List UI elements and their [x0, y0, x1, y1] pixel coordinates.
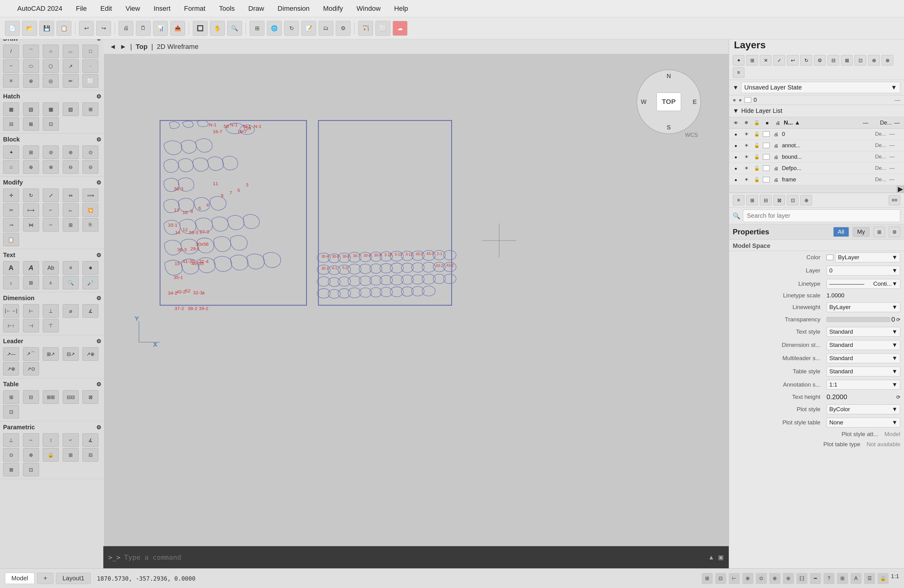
layer-annot-lock[interactable]: 🔓	[752, 141, 761, 150]
compass-center-label[interactable]: TOP	[656, 93, 681, 111]
prop-settings-btn[interactable]: ⚙	[889, 227, 900, 237]
menu-autocad[interactable]: AutoCAD 2024	[15, 3, 65, 14]
section-text-settings[interactable]: ⚙	[96, 252, 101, 259]
search-layer-input[interactable]	[743, 209, 900, 222]
layer-annot-freeze[interactable]: ☀	[742, 141, 751, 150]
tool-hatch3[interactable]: ▩	[43, 103, 59, 116]
tool-dim6[interactable]: ⊢↑	[3, 319, 19, 332]
tool-sketch[interactable]: ✏	[63, 74, 79, 88]
prop-plotstyle-select[interactable]: ByColor ▼	[827, 405, 900, 414]
tool-spline[interactable]: ~	[3, 59, 19, 73]
layer-cur-btn[interactable]: ✓	[773, 55, 785, 65]
tool-text3[interactable]: Ab	[43, 261, 59, 275]
layer-toolbar-btn11[interactable]: ⊕	[868, 55, 880, 65]
tool-hatch4[interactable]: ▨	[63, 103, 79, 116]
prop-plotstable-select[interactable]: None ▼	[827, 417, 900, 427]
tool-dim7[interactable]: ⊣	[23, 319, 39, 332]
layer-tool2-right[interactable]: ≡≡	[889, 195, 900, 205]
prop-dimstyle-select[interactable]: Standard ▼	[827, 340, 900, 350]
layer-bound-visible[interactable]: ●	[732, 153, 740, 161]
tool-polygon[interactable]: ⬡	[43, 59, 59, 73]
layer-annot-color[interactable]	[763, 143, 770, 148]
toolbar-orbit[interactable]: ↻	[284, 21, 299, 36]
layer-toolbar-btn13[interactable]: ≡	[733, 67, 744, 78]
section-hatch-settings[interactable]: ⚙	[96, 93, 101, 100]
section-leader-settings[interactable]: ⚙	[96, 338, 101, 345]
toolbar-cloud[interactable]: ☁	[393, 21, 408, 36]
layer-defpo-visible[interactable]: ●	[732, 164, 740, 172]
section-dimension-settings[interactable]: ⚙	[96, 295, 101, 302]
layer-settings-btn[interactable]: ⚙	[814, 55, 826, 65]
toolbar-snap[interactable]: ⊞	[250, 21, 264, 36]
tool-block7[interactable]: ⊕	[23, 160, 39, 174]
tool-dim2[interactable]: ⊢	[23, 304, 39, 318]
menu-window[interactable]: Window	[354, 3, 383, 14]
tool-offset[interactable]: ⟹	[82, 188, 98, 202]
tool-text9[interactable]: 🔍	[63, 276, 79, 289]
command-history-icon[interactable]: ▣	[718, 553, 724, 561]
tool-text4[interactable]: ≡	[63, 261, 79, 275]
tool-block1[interactable]: ✦	[3, 145, 19, 159]
toolbar-navsphere[interactable]: 🌐	[267, 21, 282, 36]
menu-modify[interactable]: Modify	[321, 3, 346, 14]
layer-zero-color[interactable]	[744, 97, 751, 103]
command-up-arrow[interactable]: ▲	[708, 554, 714, 561]
tool-hatch8[interactable]: ⊡	[43, 117, 59, 131]
tool-rotate[interactable]: ↻	[23, 188, 39, 202]
tool-hatch2[interactable]: ▧	[23, 103, 39, 116]
tool-hatch7[interactable]: ⊠	[23, 117, 39, 131]
prop-color-select[interactable]: ByLayer ▼	[835, 253, 900, 262]
tool-array[interactable]: ⊞	[63, 218, 79, 232]
drawing-canvas[interactable]: N S E W TOP WCS	[103, 54, 729, 551]
tool-table3[interactable]: ⊞⊞	[43, 390, 59, 404]
tool-rectangle[interactable]: □	[82, 44, 98, 58]
toolbar-print[interactable]: 🖨	[119, 21, 133, 36]
toolbar-pan[interactable]: ✋	[210, 21, 225, 36]
status-qp-icon[interactable]: ?	[823, 573, 834, 584]
toolbar-plot[interactable]: 📊	[153, 21, 168, 36]
tool-ellipse[interactable]: ⬭	[23, 59, 39, 73]
menu-view[interactable]: View	[123, 3, 142, 14]
tool-text2[interactable]: A	[23, 261, 39, 275]
layer-tool2-6[interactable]: ⊕	[800, 195, 812, 205]
menu-edit[interactable]: Edit	[98, 3, 114, 14]
layer-frame-print[interactable]: 🖨	[771, 175, 780, 184]
prop-linetype-select[interactable]: —————— Conti... ▼	[827, 279, 900, 289]
layer-state-collapse[interactable]: ▼	[733, 84, 738, 91]
prop-filter-btn[interactable]: ⊞	[873, 227, 885, 237]
tool-dim3[interactable]: ⊥	[43, 304, 59, 318]
layer-row-frame[interactable]: ● ☀ 🔓 🖨 frame De... —	[729, 174, 904, 185]
breadcrumb-view[interactable]: Top	[136, 43, 148, 51]
layer-toolbar-btn8[interactable]: ⊟	[827, 55, 839, 65]
toolbar-undo[interactable]: ↩	[79, 21, 94, 36]
toolbar-zoom[interactable]: 🔍	[227, 21, 242, 36]
status-tab-add[interactable]: +	[37, 573, 54, 584]
tool-chamfer[interactable]: ⌙	[63, 203, 79, 217]
tool-param1[interactable]: ⊥	[3, 433, 19, 447]
tool-ray[interactable]: ↗	[63, 59, 79, 73]
tool-wipeout[interactable]: ⬜	[82, 74, 98, 88]
status-ann-icon[interactable]: A	[850, 573, 861, 584]
status-lock-icon[interactable]: 🔒	[877, 573, 889, 584]
breadcrumb-mode[interactable]: 2D Wireframe	[157, 43, 199, 51]
tool-block3[interactable]: ⊘	[43, 145, 59, 159]
layer-new-btn[interactable]: ✦	[733, 55, 744, 65]
status-ducs-icon[interactable]: ⊛	[783, 573, 794, 584]
tool-leader5[interactable]: ↗⊕	[82, 347, 98, 361]
layer-tool2-1[interactable]: ≡	[733, 195, 744, 205]
tool-donut[interactable]: ◎	[43, 74, 59, 88]
tool-param3[interactable]: ↕	[43, 433, 59, 447]
drawing-area-svg[interactable]: 58 N-1 N-1 N-1 N-1 16-7 16-7 59 11 9 7 5…	[103, 54, 729, 551]
tool-construct[interactable]: ⊕	[23, 74, 39, 88]
prop-value-color[interactable]: ByLayer ▼	[827, 253, 900, 262]
tool-param2[interactable]: ↔	[23, 433, 39, 447]
prop-transparency-icon[interactable]: ⟳	[896, 317, 900, 322]
status-snap-icon[interactable]: ⊡	[715, 573, 726, 584]
status-ortho-icon[interactable]: ⊢	[729, 573, 740, 584]
layer-bound-color[interactable]	[763, 154, 770, 160]
layer-bound-lock[interactable]: 🔓	[752, 153, 761, 161]
toolbar-properties[interactable]: 📝	[301, 21, 316, 36]
layer-row-bound[interactable]: ● ☀ 🔓 🖨 bound... De... —	[729, 151, 904, 163]
prop-mlstyle-select[interactable]: Standard ▼	[827, 353, 900, 363]
toolbar-saveas[interactable]: 📋	[57, 21, 71, 36]
